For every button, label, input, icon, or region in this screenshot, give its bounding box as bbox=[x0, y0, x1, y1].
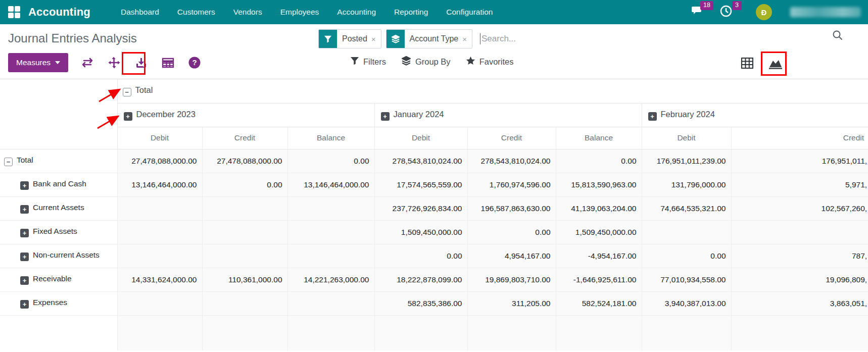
pivot-col-group-total[interactable]: −Total bbox=[117, 79, 868, 103]
pivot-cell bbox=[287, 196, 374, 220]
row-header-receivable[interactable]: +Receivable bbox=[0, 268, 117, 291]
pivot-cell bbox=[374, 315, 467, 350]
user-avatar[interactable]: Đ bbox=[756, 4, 772, 20]
expand-icon[interactable]: + bbox=[20, 276, 29, 285]
control-panel: Journal Entries Analysis Posted×Account … bbox=[0, 24, 868, 79]
row-label: Total bbox=[17, 156, 33, 164]
measure-header-debit-0[interactable]: Debit bbox=[117, 127, 202, 149]
collapse-icon[interactable]: − bbox=[123, 88, 131, 96]
apps-grid-icon[interactable] bbox=[8, 6, 20, 18]
search-text-cursor bbox=[480, 33, 480, 44]
row-header-bank-and-cash[interactable]: +Bank and Cash bbox=[0, 173, 117, 196]
pivot-cell: 196,587,863,630.00 bbox=[467, 196, 556, 220]
messages-button[interactable]: 18 bbox=[690, 5, 705, 20]
month-header-december-2023[interactable]: +December 2023 bbox=[117, 103, 374, 127]
pivot-cell: 110,361,000.00 bbox=[202, 268, 287, 291]
pivot-view-button[interactable] bbox=[738, 54, 757, 73]
month-label: February 2024 bbox=[661, 110, 715, 119]
measure-header-balance-2[interactable]: Balance bbox=[287, 127, 374, 149]
app-title[interactable]: Accounting bbox=[28, 6, 90, 19]
expand-icon[interactable]: + bbox=[20, 229, 29, 237]
nav-item-employees[interactable]: Employees bbox=[273, 1, 326, 23]
facet-label: Account Type bbox=[405, 30, 462, 48]
expand-all-button[interactable] bbox=[107, 55, 122, 70]
layers-icon bbox=[387, 30, 405, 48]
help-icon[interactable]: ? bbox=[187, 55, 202, 70]
pivot-row-receivable: +Receivable14,331,624,000.00110,361,000.… bbox=[0, 268, 868, 291]
row-header-non-current-assets[interactable]: +Non-current Assets bbox=[0, 244, 117, 268]
measure-header-credit-4[interactable]: Credit bbox=[467, 127, 556, 149]
nav-item-customers[interactable]: Customers bbox=[170, 1, 222, 23]
measure-header-debit-6[interactable]: Debit bbox=[642, 127, 731, 149]
expand-icon[interactable]: + bbox=[648, 112, 657, 121]
pivot-table-container: −Total+December 2023+January 2024+Februa… bbox=[0, 79, 868, 350]
clock-icon bbox=[719, 5, 733, 20]
download-xlsx-button[interactable] bbox=[133, 55, 149, 70]
facet-remove-icon[interactable]: × bbox=[370, 30, 381, 48]
favorites-menu[interactable]: Favorites bbox=[466, 56, 514, 68]
pivot-row-partial bbox=[0, 315, 868, 350]
pivot-cell bbox=[287, 291, 374, 315]
chevron-down-icon bbox=[55, 61, 60, 64]
search-icon[interactable] bbox=[832, 29, 844, 43]
topbar: Accounting DashboardCustomersVendorsEmpl… bbox=[0, 0, 868, 24]
user-name-blurred[interactable] bbox=[790, 7, 861, 17]
pivot-cell bbox=[642, 315, 731, 350]
expand-icon[interactable]: + bbox=[381, 112, 390, 121]
filters-menu[interactable]: Filters bbox=[350, 56, 386, 67]
measure-header-credit-1[interactable]: Credit bbox=[202, 127, 287, 149]
collapse-icon[interactable]: − bbox=[4, 158, 13, 166]
row-header-expenses[interactable]: +Expenses bbox=[0, 291, 117, 315]
filter-funnel-icon bbox=[350, 56, 359, 67]
pivot-cell: 19,096,809, bbox=[731, 268, 868, 291]
nav-item-dashboard[interactable]: Dashboard bbox=[114, 1, 166, 23]
nav-item-accounting[interactable]: Accounting bbox=[330, 1, 383, 23]
pivot-row-expenses: +Expenses582,835,386.00311,205.00582,524… bbox=[0, 291, 868, 315]
graph-view-button[interactable] bbox=[766, 54, 785, 73]
nav-item-vendors[interactable]: Vendors bbox=[226, 1, 269, 23]
facet-label: Posted bbox=[337, 30, 370, 48]
month-header-february-2024[interactable]: +February 2024 bbox=[642, 103, 868, 127]
measure-header-balance-5[interactable]: Balance bbox=[556, 127, 642, 149]
nav-item-configuration[interactable]: Configuration bbox=[439, 1, 500, 23]
pivot-cell: 74,664,535,321.00 bbox=[642, 196, 731, 220]
expand-icon[interactable]: + bbox=[20, 181, 29, 190]
group-by-menu[interactable]: Group By bbox=[401, 56, 451, 68]
measures-button[interactable]: Measures bbox=[8, 53, 68, 72]
pivot-cell bbox=[202, 315, 287, 350]
activities-button[interactable]: 3 bbox=[718, 5, 734, 20]
pivot-cell bbox=[467, 315, 556, 350]
flip-axis-button[interactable] bbox=[80, 55, 95, 70]
facet-remove-icon[interactable]: × bbox=[461, 30, 472, 48]
messages-badge: 18 bbox=[700, 1, 713, 10]
search-facet-account-type[interactable]: Account Type× bbox=[386, 29, 472, 48]
table-grid-icon[interactable] bbox=[160, 55, 175, 70]
pivot-cell bbox=[287, 315, 374, 350]
pivot-cell bbox=[731, 220, 868, 244]
activities-badge: 3 bbox=[732, 1, 742, 10]
pivot-cell: -1,646,925,611.00 bbox=[556, 268, 642, 291]
expand-icon[interactable]: + bbox=[20, 253, 29, 261]
row-header-fixed-assets[interactable]: +Fixed Assets bbox=[0, 220, 117, 244]
row-label: Fixed Assets bbox=[33, 227, 77, 235]
measure-header-debit-3[interactable]: Debit bbox=[374, 127, 467, 149]
month-header-january-2024[interactable]: +January 2024 bbox=[374, 103, 642, 127]
search-input[interactable]: Search... bbox=[481, 34, 516, 44]
nav-item-reporting[interactable]: Reporting bbox=[387, 1, 435, 23]
expand-icon[interactable]: + bbox=[124, 112, 132, 121]
search-bar[interactable]: Posted×Account Type× Search... bbox=[318, 29, 860, 49]
row-header-current-assets[interactable]: +Current Assets bbox=[0, 196, 117, 220]
pivot-toolbar: Measures bbox=[0, 52, 868, 79]
row-label: Current Assets bbox=[33, 203, 84, 212]
pivot-cell bbox=[287, 244, 374, 268]
pivot-cell: 5,971, bbox=[731, 173, 868, 196]
expand-icon[interactable]: + bbox=[20, 205, 29, 214]
row-header-total[interactable]: −Total bbox=[0, 149, 117, 173]
pivot-cell bbox=[117, 315, 202, 350]
pivot-cell bbox=[117, 220, 202, 244]
pivot-cell bbox=[556, 315, 642, 350]
expand-icon[interactable]: + bbox=[20, 300, 29, 309]
measure-header-credit-7[interactable]: Credit bbox=[731, 127, 868, 149]
search-facet-posted[interactable]: Posted× bbox=[318, 29, 381, 48]
pivot-cell: 1,760,974,596.00 bbox=[467, 173, 556, 196]
